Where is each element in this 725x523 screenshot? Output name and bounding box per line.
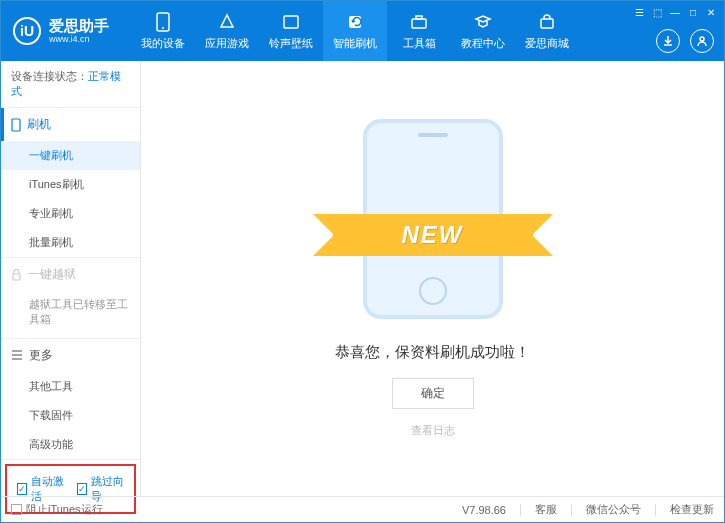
sidebar-item-download-firmware[interactable]: 下载固件 <box>1 401 140 430</box>
store-icon <box>537 12 557 32</box>
app-url: www.i4.cn <box>49 34 109 44</box>
sidebar-item-itunes-flash[interactable]: iTunes刷机 <box>1 170 140 199</box>
window-controls: ☰ ⬚ — □ ✕ <box>632 5 718 19</box>
close-icon[interactable]: ✕ <box>704 5 718 19</box>
footer: 阻止iTunes运行 V7.98.66 客服 微信公众号 检查更新 <box>1 496 724 522</box>
body: 设备连接状态：正常模式 刷机 一键刷机 iTunes刷机 专业刷机 批量刷机 一… <box>1 61 724 496</box>
sidebar-item-pro-flash[interactable]: 专业刷机 <box>1 199 140 228</box>
phone-small-icon <box>11 118 21 132</box>
nav-store[interactable]: 爱思商城 <box>515 1 579 61</box>
main-content: NEW 恭喜您，保资料刷机成功啦！ 确定 查看日志 <box>141 61 724 496</box>
app-name: 爱思助手 <box>49 18 109 35</box>
wallpaper-icon <box>281 12 301 32</box>
checkmark-icon: ✓ <box>17 483 27 495</box>
footer-right: V7.98.66 客服 微信公众号 检查更新 <box>462 502 714 517</box>
nav-tutorials[interactable]: 教程中心 <box>451 1 515 61</box>
maximize-icon[interactable]: □ <box>686 5 700 19</box>
svg-rect-6 <box>541 19 553 28</box>
nav-toolbox[interactable]: 工具箱 <box>387 1 451 61</box>
checkmark-icon: ✓ <box>77 483 87 495</box>
sidebar-section-flash: 刷机 一键刷机 iTunes刷机 专业刷机 批量刷机 <box>1 108 140 258</box>
svg-rect-5 <box>416 16 422 19</box>
tutorial-icon <box>473 12 493 32</box>
success-illustration: NEW <box>363 119 503 319</box>
titlebar-right-controls <box>656 29 714 53</box>
top-nav: 我的设备 应用游戏 铃声壁纸 智能刷机 工具箱 教程中心 <box>131 1 579 61</box>
view-log-link[interactable]: 查看日志 <box>411 423 455 438</box>
svg-rect-2 <box>284 16 298 28</box>
success-message: 恭喜您，保资料刷机成功啦！ <box>335 343 530 362</box>
svg-point-7 <box>700 37 704 41</box>
apps-icon <box>217 12 237 32</box>
lock-icon[interactable]: ⬚ <box>650 5 664 19</box>
titlebar: iU 爱思助手 www.i4.cn 我的设备 应用游戏 铃声壁纸 智能刷机 <box>1 1 724 61</box>
wechat-link[interactable]: 微信公众号 <box>586 502 641 517</box>
menu-icon[interactable]: ☰ <box>632 5 646 19</box>
ok-button[interactable]: 确定 <box>392 378 474 409</box>
nav-apps[interactable]: 应用游戏 <box>195 1 259 61</box>
svg-point-1 <box>162 27 164 29</box>
sidebar-head-jailbreak: 一键越狱 <box>1 258 140 291</box>
sidebar-item-batch-flash[interactable]: 批量刷机 <box>1 228 140 257</box>
nav-my-device[interactable]: 我的设备 <box>131 1 195 61</box>
check-update-link[interactable]: 检查更新 <box>670 502 714 517</box>
sidebar-item-oneclick-flash[interactable]: 一键刷机 <box>1 141 140 170</box>
sidebar: 设备连接状态：正常模式 刷机 一键刷机 iTunes刷机 专业刷机 批量刷机 一… <box>1 61 141 496</box>
svg-rect-8 <box>12 119 20 131</box>
connection-status: 设备连接状态：正常模式 <box>1 61 140 108</box>
sidebar-head-more[interactable]: 更多 <box>1 339 140 372</box>
version-label: V7.98.66 <box>462 504 506 516</box>
logo-icon: iU <box>13 17 41 45</box>
new-ribbon: NEW <box>333 214 533 256</box>
minimize-icon[interactable]: — <box>668 5 682 19</box>
app-window: iU 爱思助手 www.i4.cn 我的设备 应用游戏 铃声壁纸 智能刷机 <box>0 0 725 523</box>
checkbox-icon <box>11 504 22 515</box>
logo-area: iU 爱思助手 www.i4.cn <box>1 17 121 45</box>
nav-ringtones[interactable]: 铃声壁纸 <box>259 1 323 61</box>
sidebar-section-more: 更多 其他工具 下载固件 高级功能 <box>1 339 140 460</box>
user-button[interactable] <box>690 29 714 53</box>
footer-left: 阻止iTunes运行 <box>11 502 103 517</box>
phone-icon <box>153 12 173 32</box>
nav-flash[interactable]: 智能刷机 <box>323 1 387 61</box>
jailbreak-note: 越狱工具已转移至工具箱 <box>1 291 140 338</box>
flash-icon <box>345 12 365 32</box>
download-button[interactable] <box>656 29 680 53</box>
lock-small-icon <box>11 269 22 281</box>
sidebar-section-jailbreak: 一键越狱 越狱工具已转移至工具箱 <box>1 258 140 339</box>
customer-service-link[interactable]: 客服 <box>535 502 557 517</box>
checkbox-block-itunes[interactable]: 阻止iTunes运行 <box>11 502 103 517</box>
sidebar-item-other-tools[interactable]: 其他工具 <box>1 372 140 401</box>
hamburger-icon <box>11 350 23 360</box>
svg-rect-4 <box>412 19 426 28</box>
sidebar-head-flash[interactable]: 刷机 <box>1 108 140 141</box>
svg-rect-9 <box>13 274 20 280</box>
toolbox-icon <box>409 12 429 32</box>
ribbon-text: NEW <box>402 221 464 249</box>
sidebar-item-advanced[interactable]: 高级功能 <box>1 430 140 459</box>
